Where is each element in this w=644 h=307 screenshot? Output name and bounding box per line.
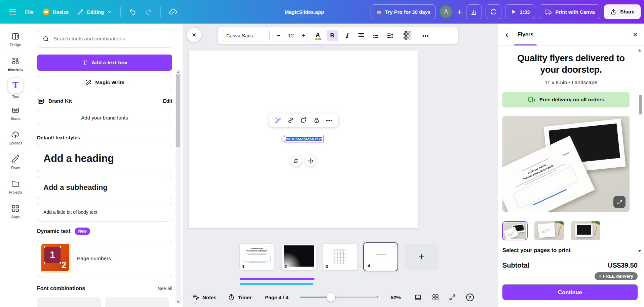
try-pro-button[interactable]: Try Pro for 30 days	[371, 4, 436, 19]
redo-button[interactable]	[141, 5, 156, 18]
page-thumbnail-3[interactable]: 3	[323, 244, 357, 270]
resize-handle[interactable]	[281, 136, 287, 141]
decrease-font-size-button[interactable]: −	[277, 32, 280, 39]
document-title[interactable]: MagicSlides.app	[285, 9, 324, 15]
text-color-button[interactable]: A	[312, 30, 324, 41]
add-text-box-button[interactable]: Add a text box	[37, 55, 172, 71]
font-size-stepper: − 12 +	[273, 30, 309, 41]
add-brand-fonts-button[interactable]: Add your brand fonts	[37, 109, 172, 126]
design-icon	[11, 32, 20, 41]
select-pages-heading: Select your pages to print	[502, 247, 644, 253]
expand-image-button[interactable]	[613, 196, 626, 208]
page-thumbnail-4-selected[interactable]: Your paragraph text 4	[363, 242, 398, 271]
invite-member-button[interactable]: +	[456, 7, 462, 16]
italic-button[interactable]: I	[341, 30, 352, 41]
product-thumbnail-1-selected[interactable]	[502, 221, 528, 240]
font-search-box[interactable]	[37, 30, 172, 48]
sidebar-item-apps[interactable]: Apps	[0, 200, 31, 222]
add-body-text-style[interactable]: Add a little bit of body text	[37, 203, 172, 221]
sidebar-item-elements[interactable]: Elements	[0, 53, 31, 74]
scroll-down-arrow[interactable]	[177, 301, 180, 303]
zoom-slider[interactable]	[300, 297, 378, 298]
sidebar-item-label: Text	[12, 95, 19, 99]
transparency-checker-icon	[404, 31, 412, 40]
text-align-button[interactable]	[355, 30, 367, 41]
scroll-up-arrow[interactable]	[177, 71, 180, 73]
flyer-product-image[interactable]: Professional AI Presentations in Seconds	[502, 116, 630, 212]
bold-button[interactable]: B	[327, 30, 338, 41]
add-comment-button[interactable]	[300, 116, 307, 124]
save-status-button[interactable]	[165, 5, 181, 19]
page-thumbnail-1[interactable]: Professional AIPresentations in Seconds …	[240, 244, 274, 270]
magic-write-button[interactable]: Magic Write	[37, 75, 172, 90]
more-options-button[interactable]: •••	[420, 30, 431, 41]
toolbar-divider	[417, 31, 417, 40]
timer-button[interactable]: Timer	[228, 294, 252, 301]
scrollbar-thumb[interactable]	[176, 74, 180, 147]
search-input[interactable]	[53, 36, 167, 42]
font-combination-card[interactable]	[105, 297, 169, 307]
undo-icon	[129, 8, 136, 15]
sidebar-item-brand[interactable]: Brand	[0, 102, 31, 124]
insights-button[interactable]	[466, 4, 482, 19]
help-button[interactable]: ?	[466, 294, 474, 301]
comments-button[interactable]	[486, 4, 501, 19]
grid-view-button[interactable]	[432, 294, 439, 301]
file-menu-button[interactable]: File	[21, 6, 38, 18]
close-panel-button[interactable]: ✕	[632, 31, 638, 39]
page-thumbnail-2[interactable]: 2	[282, 244, 316, 270]
sidebar-item-text[interactable]: T Text	[0, 77, 31, 99]
transparency-button[interactable]	[402, 30, 414, 41]
sidebar-item-draw[interactable]: Draw	[0, 151, 31, 173]
page-indicator: Page 4 / 4	[265, 295, 288, 300]
add-page-button[interactable]: +	[405, 244, 439, 270]
font-family-select[interactable]: Canva Sans	[222, 30, 270, 41]
default-text-styles-heading: Default text styles	[37, 135, 172, 140]
back-button[interactable]: ‹	[505, 31, 508, 39]
zoom-slider-thumb[interactable]	[327, 293, 335, 302]
scroll-down-arrow[interactable]	[638, 250, 641, 252]
panel-scrollbar[interactable]	[176, 70, 181, 304]
resize-button[interactable]: Resize	[38, 5, 73, 18]
font-combination-card[interactable]	[37, 297, 101, 307]
editing-mode-button[interactable]: Editing	[73, 6, 116, 18]
add-subheading-style[interactable]: Add a subheading	[37, 176, 172, 199]
line-spacing-button[interactable]	[384, 30, 396, 41]
scrollbar-thumb[interactable]	[639, 95, 642, 114]
rotate-handle-button[interactable]	[290, 155, 302, 167]
fit-view-button[interactable]	[414, 294, 422, 301]
bullet-list-button[interactable]	[370, 30, 381, 41]
avatar-initial: A	[444, 8, 448, 15]
add-heading-style[interactable]: Add a heading	[37, 145, 172, 172]
sidebar-item-projects[interactable]: Projects	[0, 176, 31, 197]
print-with-canva-button[interactable]: Print with Canva	[539, 4, 600, 19]
element-more-button[interactable]: •••	[326, 117, 333, 123]
selected-text-element[interactable]: Your paragraph text	[285, 135, 324, 142]
continue-button[interactable]: Continue	[502, 284, 638, 300]
fullscreen-button[interactable]	[449, 294, 456, 301]
sidebar-item-design[interactable]: Design	[0, 28, 31, 50]
flyers-tab[interactable]: Flyers	[518, 24, 533, 45]
magic-edit-button[interactable]	[274, 117, 281, 124]
sidebar-item-uploads[interactable]: Uploads	[0, 127, 31, 148]
avatar[interactable]: A	[440, 5, 452, 18]
present-button[interactable]: 1:33	[505, 4, 535, 19]
brand-kit-edit-link[interactable]: Edit	[163, 98, 172, 104]
scroll-up-arrow[interactable]	[638, 49, 641, 52]
page-number: 2	[285, 264, 287, 269]
move-handle-button[interactable]	[305, 155, 316, 167]
share-button[interactable]: Share	[604, 4, 641, 19]
product-thumbnail-2[interactable]	[534, 221, 564, 240]
see-all-link[interactable]: See all	[158, 286, 172, 291]
lock-button[interactable]	[313, 117, 320, 124]
main-menu-button[interactable]	[5, 7, 20, 17]
increase-font-size-button[interactable]: +	[302, 32, 305, 39]
link-button[interactable]	[287, 117, 294, 124]
notes-button[interactable]: Notes	[192, 294, 217, 301]
undo-button[interactable]	[125, 5, 140, 18]
product-thumbnail-3[interactable]	[571, 221, 600, 240]
page-numbers-item[interactable]: 1 2 Page numbers	[37, 240, 172, 277]
zoom-slider-end-dot	[377, 296, 378, 298]
close-toolbar-button[interactable]: ✕	[187, 28, 201, 42]
grid-view-icon	[432, 294, 439, 301]
